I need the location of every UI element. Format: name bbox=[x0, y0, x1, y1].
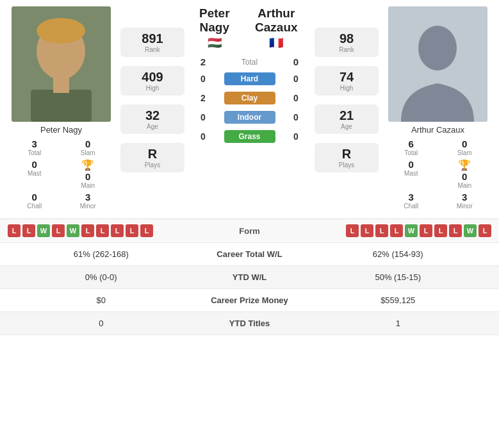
stat-left-val: 61% (262-168) bbox=[10, 249, 192, 259]
form-badge: W bbox=[67, 224, 79, 237]
left-age-card: 32 Age bbox=[120, 104, 184, 134]
right-high-lbl: High bbox=[318, 85, 375, 92]
left-name-group: Peter Nagy 🇭🇺 bbox=[188, 6, 241, 50]
form-badge: L bbox=[8, 224, 20, 237]
right-total-val: 6 bbox=[409, 138, 414, 149]
svg-rect-3 bbox=[31, 90, 92, 122]
stat-right-val: 50% (15-15) bbox=[307, 272, 489, 282]
player-right-stats: 6 Total 0 Slam 0 Mast 🏆 0 Main 3 bbox=[382, 138, 494, 210]
right-main-val: 0 bbox=[462, 171, 467, 182]
clay-row: 2 Clay 0 bbox=[188, 89, 311, 107]
right-rank-lbl: Rank bbox=[318, 46, 375, 53]
right-mast-val: 0 bbox=[409, 159, 414, 170]
svg-point-2 bbox=[37, 18, 85, 44]
stat-key: YTD Titles bbox=[192, 319, 307, 328]
right-slam-cell: 0 Slam bbox=[441, 138, 489, 156]
stat-row: 61% (262-168) Career Total W/L 62% (154-… bbox=[0, 243, 499, 266]
left-player-flag: 🇭🇺 bbox=[208, 36, 222, 50]
left-player-header-name: Peter Nagy bbox=[188, 6, 241, 35]
clay-button[interactable]: Clay bbox=[224, 92, 275, 104]
form-badge: W bbox=[405, 224, 418, 237]
grass-row: 0 Grass 0 bbox=[188, 128, 311, 145]
right-plays-val: R bbox=[318, 147, 375, 162]
form-row: LLWLWLLLLL Form LLLLWLLLWL bbox=[0, 219, 499, 243]
svg-rect-4 bbox=[53, 77, 69, 93]
grass-left: 0 bbox=[194, 131, 212, 142]
hard-button[interactable]: Hard bbox=[224, 72, 275, 85]
stat-right-val: 1 bbox=[307, 319, 489, 328]
right-minor-val: 3 bbox=[462, 192, 467, 203]
left-mast-lbl: Mast bbox=[28, 170, 42, 177]
total-left: 2 bbox=[194, 56, 212, 67]
stat-left-val: $0 bbox=[10, 295, 192, 305]
right-total-lbl: Total bbox=[404, 149, 418, 156]
player-right-col: Arthur Cazaux 6 Total 0 Slam 0 Mast 🏆 0 bbox=[382, 6, 494, 210]
main-container: Peter Nagy 3 Total 0 Slam 0 Mast 🏆 0 Ma bbox=[0, 0, 499, 335]
left-chall-val: 0 bbox=[32, 192, 37, 203]
indoor-button[interactable]: Indoor bbox=[224, 111, 275, 124]
left-main-lbl: Main bbox=[81, 182, 95, 189]
form-badge: L bbox=[81, 224, 94, 237]
form-badge: L bbox=[361, 224, 373, 237]
left-minor-lbl: Minor bbox=[80, 203, 96, 210]
total-row: 2 Total 0 bbox=[188, 55, 311, 69]
left-slam-lbl: Slam bbox=[81, 149, 95, 156]
form-badge: L bbox=[479, 224, 491, 237]
stat-left-val: 0% (0-0) bbox=[10, 272, 192, 282]
stat-row: $0 Career Prize Money $559,125 bbox=[0, 289, 499, 312]
right-age-card: 21 Age bbox=[315, 104, 379, 134]
left-mast-cell: 0 Mast bbox=[10, 159, 59, 189]
player-right-name: Arthur Cazaux bbox=[411, 125, 464, 135]
hard-left: 0 bbox=[194, 74, 212, 84]
right-minor-cell: 3 Minor bbox=[441, 192, 489, 210]
form-badge: L bbox=[420, 224, 432, 237]
grass-right: 0 bbox=[287, 131, 305, 142]
center-panel: Peter Nagy 🇭🇺 Arthur Cazaux 🇫🇷 2 Total 0… bbox=[188, 6, 311, 145]
stat-right-val: $559,125 bbox=[307, 295, 489, 305]
right-minor-lbl: Minor bbox=[457, 203, 473, 210]
clay-right: 0 bbox=[287, 93, 305, 103]
left-chall-cell: 0 Chall bbox=[10, 192, 59, 210]
right-player-flag: 🇫🇷 bbox=[269, 36, 283, 50]
right-rank-card: 98 Rank bbox=[315, 28, 379, 57]
left-total-cell: 3 Total bbox=[10, 138, 59, 156]
right-high-card: 74 High bbox=[315, 66, 379, 95]
total-label: Total bbox=[212, 58, 287, 67]
right-slam-lbl: Slam bbox=[457, 149, 472, 156]
grass-button[interactable]: Grass bbox=[224, 130, 275, 143]
stat-key: YTD W/L bbox=[192, 272, 307, 282]
right-trophy-icon: 🏆 bbox=[458, 159, 471, 171]
right-age-lbl: Age bbox=[318, 123, 375, 130]
player-left-col: Peter Nagy 3 Total 0 Slam 0 Mast 🏆 0 Ma bbox=[5, 6, 117, 210]
form-badges-right: LLLLWLLLWL bbox=[288, 224, 492, 237]
left-rank-lbl: Rank bbox=[124, 46, 181, 53]
left-high-lbl: High bbox=[124, 85, 181, 92]
form-badge: L bbox=[346, 224, 359, 237]
left-age-val: 32 bbox=[124, 108, 181, 123]
left-age-lbl: Age bbox=[124, 123, 181, 130]
right-player-header-name: Arthur Cazaux bbox=[241, 6, 311, 35]
right-rank-val: 98 bbox=[318, 31, 375, 46]
form-badge: L bbox=[111, 224, 124, 237]
left-total-lbl: Total bbox=[28, 149, 41, 156]
right-age-val: 21 bbox=[318, 108, 375, 123]
stat-key: Career Total W/L bbox=[192, 249, 307, 259]
svg-point-6 bbox=[418, 26, 457, 71]
left-main-val: 0 bbox=[85, 171, 90, 182]
indoor-right: 0 bbox=[287, 112, 305, 122]
left-stat-cards: 891 Rank 409 High 32 Age R Plays bbox=[117, 26, 188, 174]
stats-rows: 61% (262-168) Career Total W/L 62% (154-… bbox=[0, 243, 499, 335]
form-badge: L bbox=[390, 224, 403, 237]
right-slam-val: 0 bbox=[462, 138, 467, 149]
right-plays-lbl: Plays bbox=[318, 162, 375, 169]
right-chall-cell: 3 Chall bbox=[387, 192, 436, 210]
indoor-row: 0 Indoor 0 bbox=[188, 108, 311, 126]
left-plays-card: R Plays bbox=[120, 143, 184, 172]
player-right-photo bbox=[388, 6, 487, 122]
left-high-val: 409 bbox=[124, 70, 181, 85]
indoor-left: 0 bbox=[194, 112, 212, 122]
form-badge: L bbox=[52, 224, 65, 237]
stat-row: 0% (0-0) YTD W/L 50% (15-15) bbox=[0, 266, 499, 289]
right-main-lbl: Main bbox=[457, 182, 471, 189]
form-badges-left: LLWLWLLLLL bbox=[8, 224, 211, 237]
